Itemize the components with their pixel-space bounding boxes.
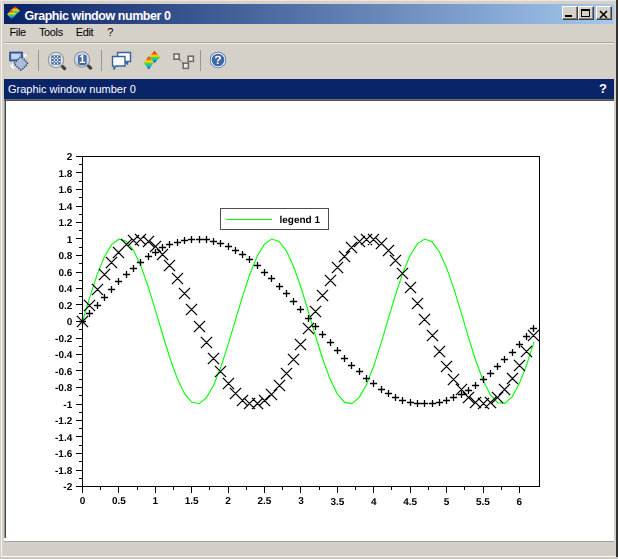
svg-text:1.5: 1.5	[185, 496, 199, 507]
svg-text:1.8: 1.8	[58, 169, 72, 180]
svg-text:4.5: 4.5	[403, 497, 417, 508]
svg-text:3: 3	[298, 496, 304, 507]
svg-text:2.5: 2.5	[257, 496, 271, 507]
svg-text:-1.8: -1.8	[55, 466, 73, 477]
svg-text:0.2: 0.2	[58, 301, 72, 312]
svg-text:0: 0	[67, 317, 73, 328]
svg-text:0.8: 0.8	[58, 251, 72, 262]
svg-text:-1.4: -1.4	[55, 433, 73, 444]
svg-text:1.2: 1.2	[58, 218, 72, 229]
svg-text:2: 2	[67, 152, 73, 163]
svg-text:-1: -1	[63, 400, 72, 411]
svg-text:-0.4: -0.4	[55, 350, 73, 361]
svg-text:0: 0	[80, 496, 86, 507]
svg-text:-1.6: -1.6	[55, 449, 73, 460]
svg-text:2: 2	[225, 496, 231, 507]
svg-text:0.6: 0.6	[58, 268, 72, 279]
svg-text:5.5: 5.5	[476, 497, 490, 508]
svg-text:1.4: 1.4	[58, 202, 72, 213]
svg-text:-0.2: -0.2	[55, 334, 73, 345]
svg-text:-0.6: -0.6	[55, 367, 73, 378]
svg-text:1: 1	[67, 235, 73, 246]
svg-text:-0.8: -0.8	[55, 383, 73, 394]
svg-text:4: 4	[371, 497, 377, 508]
svg-text:1: 1	[152, 496, 158, 507]
svg-text:1.6: 1.6	[58, 185, 72, 196]
svg-text:0.5: 0.5	[112, 496, 126, 507]
svg-text:-1.2: -1.2	[55, 416, 73, 427]
svg-text:0.4: 0.4	[58, 284, 72, 295]
svg-text:legend 1: legend 1	[279, 215, 320, 226]
svg-text:6: 6	[517, 497, 523, 508]
svg-text:3.5: 3.5	[330, 497, 344, 508]
svg-text:5: 5	[444, 497, 450, 508]
svg-text:-2: -2	[63, 482, 72, 493]
